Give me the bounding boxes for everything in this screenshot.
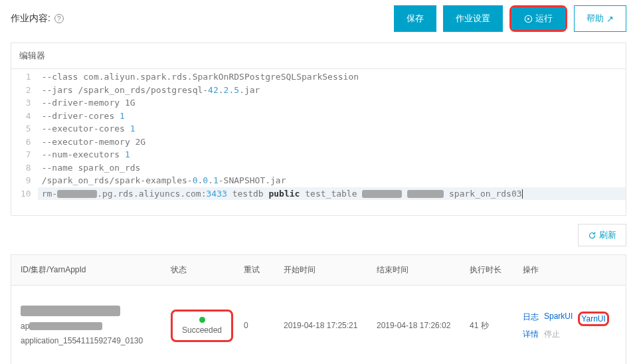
th-start: 开始时间: [277, 255, 370, 285]
play-icon: [524, 15, 533, 23]
help-button[interactable]: 帮助 ↗: [574, 5, 626, 32]
refresh-button[interactable]: 刷新: [578, 224, 626, 246]
redacted-text: [57, 190, 97, 198]
cell-id: ap application_1554111592749_0130: [11, 296, 164, 355]
editor-label: 编辑器: [11, 43, 626, 69]
code-line[interactable]: rm-.pg.rds.aliyuncs.com:3433 testdb publ…: [38, 187, 626, 201]
th-dur: 执行时长: [463, 255, 516, 285]
cell-retry: 0: [237, 312, 277, 339]
code-line[interactable]: --class com.aliyun.spark.rds.SparkOnRDSP…: [38, 70, 626, 84]
code-line[interactable]: --jars /spark_on_rds/postgresql-42.2.5.j…: [38, 84, 626, 97]
th-status: 状态: [164, 255, 237, 285]
stop-link: 停止: [544, 329, 560, 340]
redacted-text: [407, 190, 444, 198]
jobs-table: ID/集群/YarnAppId 状态 重试 开始时间 结束时间 执行时长 操作 …: [11, 254, 626, 364]
detail-link[interactable]: 详情: [523, 329, 539, 340]
th-ops: 操作: [516, 255, 626, 285]
th-retry: 重试: [237, 255, 277, 285]
code-line[interactable]: /spark_on_rds/spark-examples-0.0.1-SNAPS…: [38, 174, 626, 187]
external-link-icon: ↗: [606, 14, 614, 24]
code-content[interactable]: --class com.aliyun.spark.rds.SparkOnRDSP…: [38, 69, 626, 215]
run-label: 运行: [535, 13, 553, 25]
table-header: ID/集群/YarnAppId 状态 重试 开始时间 结束时间 执行时长 操作: [11, 255, 626, 286]
table-row: ap application_1554111592749_0130 Succee…: [11, 286, 626, 364]
th-end: 结束时间: [370, 255, 463, 285]
cell-status: Succeeded: [164, 300, 237, 351]
status-dot-icon: [199, 317, 205, 323]
code-line[interactable]: --name spark_on_rds: [38, 161, 626, 175]
yarnui-link[interactable]: YarnUI: [581, 314, 605, 323]
code-editor[interactable]: 12345678910 --class com.aliyun.spark.rds…: [11, 69, 626, 215]
cell-ops: 日志 SparkUI YarnUI 详情 停止: [516, 302, 626, 349]
redacted-cluster: [29, 322, 102, 330]
status-text: Succeeded: [182, 325, 222, 335]
code-line[interactable]: --executor-cores 1: [38, 122, 626, 136]
code-line[interactable]: --driver-memory 1G: [38, 96, 626, 110]
th-id: ID/集群/YarnAppId: [11, 255, 164, 285]
code-line[interactable]: --num-executors 1: [38, 148, 626, 161]
log-link[interactable]: 日志: [523, 312, 539, 326]
cell-dur: 41 秒: [463, 311, 516, 341]
job-settings-button[interactable]: 作业设置: [443, 5, 503, 32]
refresh-icon: [588, 231, 596, 240]
code-line[interactable]: --driver-cores 1: [38, 110, 626, 123]
cluster-prefix: ap: [21, 321, 29, 331]
title-text: 作业内容:: [11, 13, 50, 25]
redacted-text: [362, 190, 402, 198]
code-line[interactable]: --executor-memory 2G: [38, 136, 626, 149]
line-gutter: 12345678910: [11, 69, 38, 215]
cell-end: 2019-04-18 17:26:02: [370, 312, 463, 339]
yarn-app-id: application_1554111592749_0130: [21, 336, 157, 345]
refresh-label: 刷新: [599, 229, 616, 241]
help-icon[interactable]: ?: [54, 14, 64, 23]
editor-panel: 编辑器 12345678910 --class com.aliyun.spark…: [11, 43, 626, 216]
page-title: 作业内容: ?: [11, 13, 64, 25]
run-button[interactable]: 运行: [511, 7, 565, 30]
help-label: 帮助: [587, 13, 604, 25]
cell-start: 2019-04-18 17:25:21: [277, 312, 370, 339]
save-button[interactable]: 保存: [394, 5, 436, 32]
redacted-id: [21, 306, 120, 316]
sparkui-link[interactable]: SparkUI: [544, 312, 573, 326]
